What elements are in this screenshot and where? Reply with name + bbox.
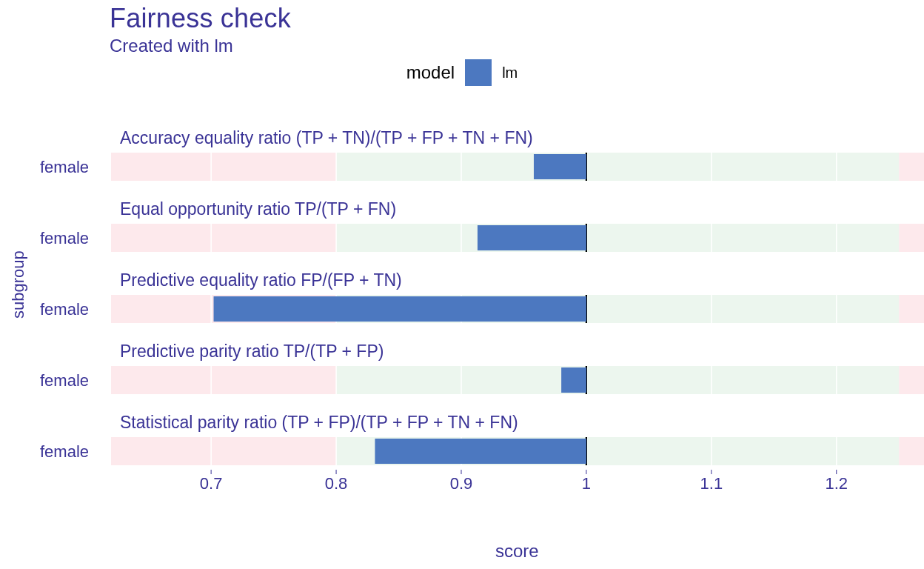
bar xyxy=(534,154,586,179)
page-title: Fairness check xyxy=(110,3,291,34)
y-tick-label: female xyxy=(40,442,89,462)
unfair-region-right xyxy=(899,437,924,465)
x-tick-label: 1.2 xyxy=(825,474,848,493)
fair-region xyxy=(336,153,899,181)
unfair-region-right xyxy=(899,224,924,252)
unfair-region-left xyxy=(111,153,336,181)
chart-svg: Accuracy equality ratio (TP + TN)/(TP + … xyxy=(111,110,924,496)
y-axis-label: subgroup xyxy=(9,250,28,319)
x-tick-label: 0.9 xyxy=(450,474,473,493)
bar xyxy=(478,225,586,250)
unfair-region-right xyxy=(899,366,924,394)
panel-title: Statistical parity ratio (TP + FP)/(TP +… xyxy=(120,413,518,432)
legend: model lm xyxy=(0,59,924,86)
legend-label: lm xyxy=(502,64,518,81)
fair-region xyxy=(336,224,899,252)
panel-title: Predictive equality ratio FP/(FP + TN) xyxy=(120,270,402,290)
fair-region xyxy=(336,366,899,394)
bar xyxy=(375,439,586,464)
page-root: Fairness check Created with lm model lm … xyxy=(0,0,924,569)
panel-title: Equal opportunity ratio TP/(TP + FN) xyxy=(120,199,396,219)
unfair-region-left xyxy=(111,366,336,394)
bar xyxy=(214,296,586,322)
unfair-region-right xyxy=(899,295,924,323)
y-tick-label: female xyxy=(40,371,89,390)
panel-title: Predictive parity ratio TP/(TP + FP) xyxy=(120,342,384,361)
unfair-region-left xyxy=(111,224,336,252)
unfair-region-left xyxy=(111,437,336,465)
page-subtitle: Created with lm xyxy=(110,36,233,56)
bar xyxy=(561,367,586,393)
legend-title: model xyxy=(406,62,455,83)
y-tick-label: female xyxy=(40,300,89,319)
y-tick-label: female xyxy=(40,158,89,177)
legend-swatch xyxy=(465,59,492,86)
unfair-region-right xyxy=(899,153,924,181)
x-tick-label: 0.7 xyxy=(200,474,223,493)
y-tick-label: female xyxy=(40,229,89,248)
x-tick-label: 1.1 xyxy=(700,474,723,493)
x-tick-label: 0.8 xyxy=(325,474,348,493)
panel-title: Accuracy equality ratio (TP + TN)/(TP + … xyxy=(120,128,533,147)
x-tick-label: 1 xyxy=(582,474,591,493)
x-axis-label: score xyxy=(495,541,539,562)
plot-area: Accuracy equality ratio (TP + TN)/(TP + … xyxy=(111,110,924,495)
